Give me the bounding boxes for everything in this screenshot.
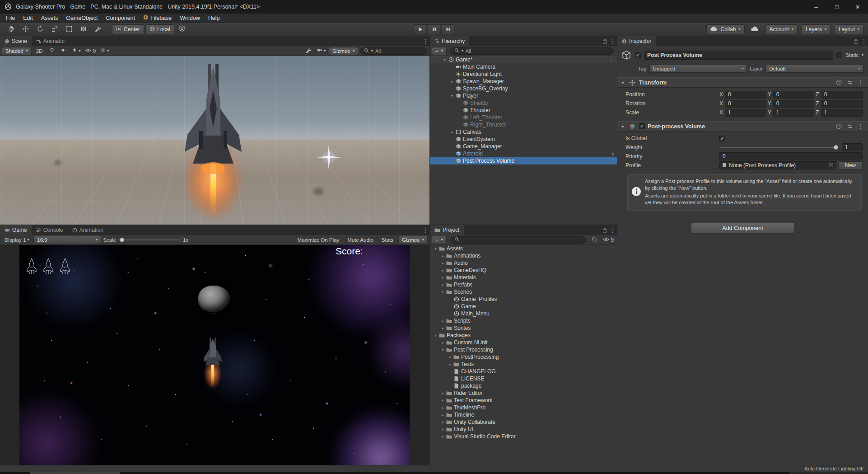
lock-icon[interactable] <box>852 36 860 46</box>
gizmos-dropdown[interactable]: Gizmos▾ <box>329 47 358 55</box>
hierarchy-item-right_thruster[interactable]: Right_Thruster <box>430 121 617 128</box>
project-item-main_menu[interactable]: Main_Menu <box>430 310 617 317</box>
project-item-sprites[interactable]: ▸Sprites <box>430 324 617 332</box>
layout-dropdown[interactable]: Layout▾ <box>835 24 863 34</box>
expand-arrow-icon[interactable]: ▸ <box>447 362 453 366</box>
2d-toggle[interactable]: 2D <box>33 47 46 55</box>
project-item-unity-collaborate[interactable]: ▸Unity Collaborate <box>430 418 617 426</box>
lighting-status[interactable]: Auto Generate Lighting Off <box>804 466 863 471</box>
scene-tools-button[interactable] <box>304 47 314 55</box>
is-global-checkbox[interactable] <box>719 136 725 141</box>
project-item-audio[interactable]: ▸Audio <box>430 259 617 267</box>
hidden-packages-toggle[interactable]: 9 <box>602 236 615 244</box>
tab-animator[interactable]: Animator <box>32 36 70 46</box>
transform-tool-button[interactable] <box>77 24 90 34</box>
hierarchy-item-player[interactable]: ▾Player <box>430 92 617 99</box>
expand-arrow-icon[interactable]: ▸ <box>449 80 455 84</box>
hierarchy-item-main-camera[interactable]: Main Camera <box>430 63 617 70</box>
object-picker-icon[interactable] <box>828 162 834 169</box>
project-item-package[interactable]: package <box>430 382 617 390</box>
project-item-animations[interactable]: ▸Animations <box>430 252 617 259</box>
project-item-scripts[interactable]: ▸Scripts <box>430 317 617 324</box>
menu-window[interactable]: Window <box>176 14 204 23</box>
project-item-gamedevhq[interactable]: ▸GameDevHQ <box>430 267 617 274</box>
project-item-unity-ui[interactable]: ▸Unity UI <box>430 426 617 433</box>
scene-audio-toggle[interactable] <box>59 47 69 55</box>
scene-effects-dropdown[interactable]: ▾ <box>70 47 82 55</box>
project-item-postprocessing[interactable]: ▸PostProcessing <box>430 353 617 361</box>
step-button[interactable] <box>441 24 455 34</box>
tab-game[interactable]: Game <box>0 225 32 235</box>
project-item-game[interactable]: Game <box>430 303 617 310</box>
rotation-x-field[interactable]: 0 <box>725 100 766 108</box>
project-item-assets[interactable]: ▾Assets <box>430 245 617 252</box>
project-item-game_profiles[interactable]: Game_Profiles <box>430 296 617 303</box>
tab-scene[interactable]: Scene <box>0 36 32 46</box>
project-item-prefabs[interactable]: ▸Prefabs <box>430 281 617 288</box>
profile-object-field[interactable]: None (Post Process Profile) <box>719 161 836 169</box>
position-y-field[interactable]: 0 <box>773 91 815 99</box>
slider-handle[interactable] <box>834 145 838 150</box>
display-dropdown[interactable]: Display 1▾ <box>2 236 32 244</box>
scene-options-icon[interactable]: ⋮ <box>608 56 617 63</box>
create-object-button[interactable]: +▾ <box>432 47 447 55</box>
project-item-test-framework[interactable]: ▸Test Framework <box>430 397 617 404</box>
component-enabled-checkbox[interactable] <box>639 123 645 129</box>
hierarchy-item-directional-light[interactable]: Directional Light <box>430 70 617 78</box>
shading-mode-dropdown[interactable]: Shaded▾ <box>2 47 32 55</box>
expand-arrow-icon[interactable]: ▾ <box>440 290 446 294</box>
scene-search-input[interactable]: ▾ All <box>360 47 428 55</box>
project-search-input[interactable] <box>450 236 587 244</box>
label-filter-icon[interactable] <box>590 236 600 244</box>
play-button[interactable] <box>413 24 427 34</box>
tab-inspector[interactable]: Inspector <box>617 36 656 46</box>
pivot-toggle-button[interactable]: Center <box>112 24 144 34</box>
expand-arrow-icon[interactable]: ▸ <box>440 406 446 410</box>
move-tool-button[interactable] <box>19 24 33 34</box>
collab-dropdown[interactable]: Collab▾ <box>706 24 744 34</box>
scene-viewport[interactable] <box>0 56 429 225</box>
player-ship-scene[interactable] <box>179 63 247 224</box>
scale-tool-button[interactable] <box>48 24 61 34</box>
project-item-visual-studio-code-editor[interactable]: ▸Visual Studio Code Editor <box>430 433 617 440</box>
inspector-menu-icon[interactable]: ⋮ <box>860 36 868 46</box>
preset-icon[interactable] <box>845 80 854 85</box>
hierarchy-search-input[interactable]: ▾ All <box>450 47 613 55</box>
prefab-chevron-icon[interactable]: › <box>612 151 617 157</box>
rotation-y-field[interactable]: 0 <box>773 100 815 108</box>
lock-icon[interactable] <box>601 36 609 46</box>
foldout-arrow-icon[interactable]: ▾ <box>620 124 625 129</box>
expand-arrow-icon[interactable]: ▸ <box>440 391 446 395</box>
scene-visibility-toggle[interactable]: 0 <box>84 47 97 55</box>
layer-dropdown[interactable]: Default▾ <box>765 65 863 73</box>
tab-project[interactable]: Project <box>430 225 464 235</box>
rotate-tool-button[interactable] <box>33 24 47 34</box>
menu-help[interactable]: Help <box>204 14 224 23</box>
mute-audio-toggle[interactable]: Mute Audio <box>344 237 377 243</box>
create-asset-button[interactable]: +▾ <box>432 236 447 244</box>
preset-icon[interactable] <box>845 123 854 129</box>
hierarchy-item-post-process-volume[interactable]: Post Process Volume <box>430 157 617 164</box>
active-checkbox[interactable] <box>635 52 641 58</box>
help-icon[interactable]: ? <box>835 80 843 85</box>
project-item-custom-nunit[interactable]: ▸Custom NUnit <box>430 339 617 346</box>
expand-arrow-icon[interactable]: ▸ <box>440 435 446 439</box>
window-minimize-button[interactable]: – <box>806 0 826 14</box>
expand-arrow-icon[interactable]: ▸ <box>440 341 446 345</box>
hierarchy-item-eventsystem[interactable]: EventSystem <box>430 136 617 143</box>
expand-arrow-icon[interactable]: ▾ <box>442 58 448 62</box>
project-item-materials[interactable]: ▸Materials <box>430 274 617 281</box>
static-dropdown-caret[interactable]: ▾ <box>862 53 863 57</box>
tab-animation[interactable]: Animation <box>68 225 108 235</box>
project-item-tests[interactable]: ▸Tests <box>430 361 617 368</box>
menu-component[interactable]: Component <box>102 14 139 23</box>
menu-edit[interactable]: Edit <box>19 14 37 23</box>
scale-x-field[interactable]: 1 <box>725 109 766 117</box>
space-toggle-button[interactable]: Local <box>145 24 174 34</box>
scale-z-field[interactable]: 1 <box>821 109 863 117</box>
expand-arrow-icon[interactable]: ▸ <box>440 276 446 280</box>
rotation-z-field[interactable]: 0 <box>821 100 863 108</box>
menu-file[interactable]: File <box>2 14 19 23</box>
scene-grid-dropdown[interactable]: ▾ <box>99 47 110 55</box>
tab-hierarchy[interactable]: Hierarchy <box>430 36 469 46</box>
